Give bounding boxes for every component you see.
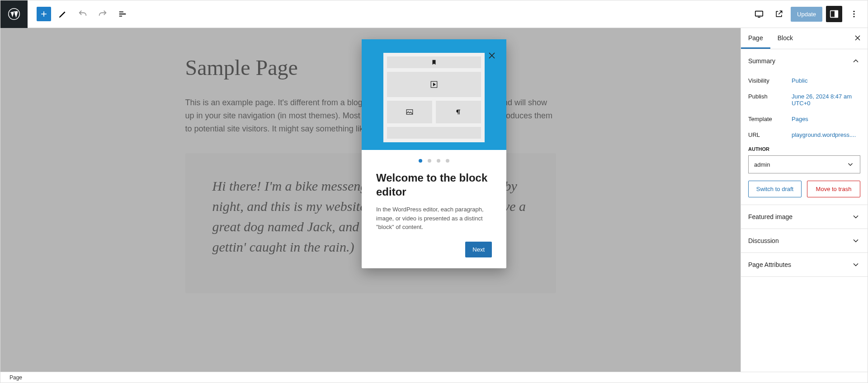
chevron-down-icon: [851, 260, 860, 269]
svg-rect-1: [755, 11, 763, 16]
svg-rect-3: [835, 11, 838, 18]
summary-panel-toggle[interactable]: Summary: [741, 49, 868, 73]
dot-2[interactable]: [428, 159, 431, 163]
next-button[interactable]: Next: [465, 242, 492, 257]
publish-label: Publish: [748, 93, 792, 107]
tab-page[interactable]: Page: [741, 28, 770, 49]
visibility-label: Visibility: [748, 77, 792, 84]
move-to-trash-button[interactable]: Move to trash: [807, 181, 860, 197]
close-sidebar-button[interactable]: [848, 28, 868, 49]
svg-point-4: [854, 11, 855, 12]
tab-block[interactable]: Block: [770, 28, 800, 49]
welcome-modal: Welcome to the block editor In the WordP…: [362, 39, 506, 268]
settings-sidebar: Page Block Summary Visibility Public: [741, 28, 868, 372]
dot-3[interactable]: [437, 159, 440, 163]
chevron-down-icon: [851, 236, 860, 245]
svg-point-6: [854, 16, 855, 17]
view-button[interactable]: [751, 6, 767, 22]
pagination-dots: [376, 159, 492, 163]
preview-button[interactable]: [771, 6, 787, 22]
template-label: Template: [748, 116, 792, 122]
undo-button[interactable]: [75, 6, 91, 22]
breadcrumb[interactable]: Page: [9, 374, 22, 381]
dot-1[interactable]: [419, 159, 422, 163]
template-value[interactable]: Pages: [792, 116, 808, 122]
author-value: admin: [754, 161, 770, 168]
svg-rect-8: [406, 110, 413, 115]
top-toolbar: Update: [0, 0, 868, 28]
image-icon: [406, 108, 414, 116]
featured-image-heading: Featured image: [748, 213, 793, 220]
page-attributes-panel-toggle[interactable]: Page Attributes: [741, 253, 868, 276]
more-options-button[interactable]: [846, 6, 862, 22]
discussion-heading: Discussion: [748, 237, 779, 244]
modal-illustration: [362, 39, 506, 150]
add-block-button[interactable]: [37, 7, 51, 21]
bookmark-icon: [431, 59, 437, 66]
page-attributes-heading: Page Attributes: [748, 261, 791, 268]
update-button[interactable]: Update: [791, 7, 822, 22]
modal-text: In the WordPress editor, each paragraph,…: [376, 205, 492, 232]
svg-point-0: [9, 9, 20, 20]
summary-heading: Summary: [748, 57, 775, 65]
visibility-value[interactable]: Public: [792, 77, 807, 84]
close-modal-button[interactable]: [486, 50, 499, 63]
chevron-down-icon: [851, 212, 860, 221]
tools-button[interactable]: [55, 6, 71, 22]
publish-value[interactable]: June 26, 2024 8:47 am UTC+0: [792, 93, 852, 107]
breadcrumb-bar: Page: [0, 372, 868, 383]
featured-image-panel-toggle[interactable]: Featured image: [741, 205, 868, 229]
svg-point-5: [854, 14, 855, 15]
play-icon: [430, 80, 438, 89]
redo-button[interactable]: [94, 6, 111, 22]
modal-title: Welcome to the block editor: [376, 171, 492, 199]
summary-panel: Summary Visibility Public Publish June 2…: [741, 49, 868, 205]
paragraph-icon: [455, 108, 462, 116]
url-label: URL: [748, 131, 792, 138]
document-overview-button[interactable]: [114, 6, 131, 22]
switch-to-draft-button[interactable]: Switch to draft: [748, 181, 802, 197]
chevron-down-icon: [846, 160, 854, 168]
url-value[interactable]: playground.wordpress....: [792, 131, 856, 138]
chevron-up-icon: [851, 56, 860, 65]
wordpress-logo[interactable]: [0, 0, 28, 28]
discussion-panel-toggle[interactable]: Discussion: [741, 229, 868, 252]
author-select[interactable]: admin: [748, 155, 860, 173]
author-label: AUTHOR: [748, 146, 860, 152]
dot-4[interactable]: [446, 159, 449, 163]
settings-sidebar-toggle[interactable]: [826, 6, 842, 22]
